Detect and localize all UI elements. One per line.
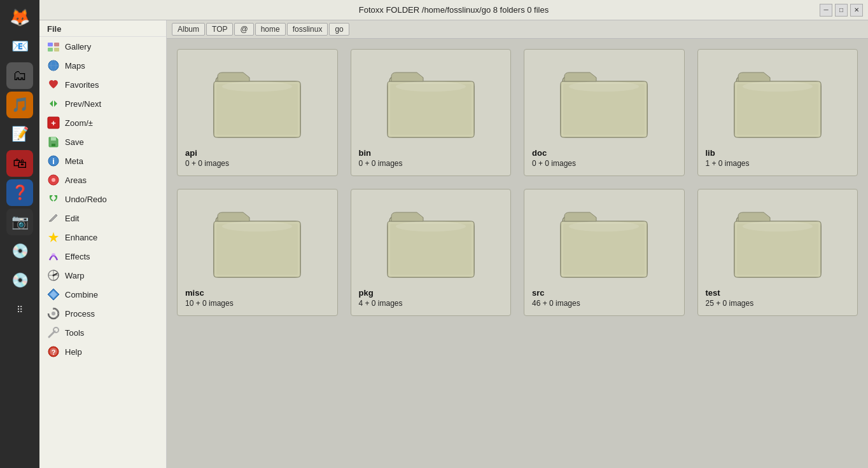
svg-point-27 bbox=[52, 312, 55, 315]
folder-count-test: 25 + 0 images bbox=[706, 299, 754, 308]
sidebar-item-help[interactable]: ? Help bbox=[39, 342, 166, 361]
folder-name-test: test bbox=[706, 288, 720, 299]
nav-tab-go[interactable]: go bbox=[329, 23, 349, 36]
tools-icon bbox=[47, 326, 60, 339]
svg-point-19 bbox=[52, 253, 55, 257]
nav-tab-at[interactable]: @ bbox=[234, 23, 253, 36]
folder-count-lib: 1 + 0 images bbox=[706, 159, 750, 168]
folder-icon-bin bbox=[359, 57, 503, 143]
maximize-button[interactable]: □ bbox=[835, 4, 848, 17]
sidebar: File Gallery Maps Favorites bbox=[39, 20, 167, 468]
sidebar-item-gallery[interactable]: Gallery bbox=[39, 37, 166, 56]
combine-icon bbox=[47, 288, 60, 301]
sidebar-item-edit[interactable]: Edit bbox=[39, 209, 166, 228]
enhance-label: Enhance bbox=[65, 233, 97, 242]
folder-item-src[interactable]: src 46 + 0 images bbox=[524, 189, 685, 316]
taskbar-firefox[interactable]: 🦊 bbox=[6, 4, 33, 31]
svg-rect-30 bbox=[57, 313, 59, 314]
taskbar-disc2[interactable]: 💿 bbox=[6, 267, 33, 294]
prev-next-label: Prev/Next bbox=[65, 99, 101, 109]
sidebar-item-enhance[interactable]: Enhance bbox=[39, 228, 166, 247]
folder-count-src: 46 + 0 images bbox=[532, 299, 580, 308]
folder-item-test[interactable]: test 25 + 0 images bbox=[697, 189, 858, 316]
process-icon bbox=[47, 307, 60, 320]
svg-point-45 bbox=[569, 81, 639, 92]
svg-point-60 bbox=[743, 221, 813, 231]
folder-name-src: src bbox=[532, 288, 545, 299]
folder-item-bin[interactable]: bin 0 + 0 images bbox=[351, 49, 512, 176]
effects-icon bbox=[47, 250, 60, 263]
sidebar-item-effects[interactable]: Effects bbox=[39, 247, 166, 266]
tools-label: Tools bbox=[65, 328, 84, 338]
folder-item-api[interactable]: api 0 + 0 images bbox=[177, 49, 338, 176]
close-button[interactable]: ✕ bbox=[850, 4, 863, 17]
save-label: Save bbox=[65, 137, 84, 147]
taskbar-email[interactable]: 📧 bbox=[6, 33, 33, 60]
edit-icon bbox=[47, 212, 60, 224]
titlebar: Fotoxx FOLDER /home/fosslinux/go 8 folde… bbox=[39, 0, 868, 20]
zoom-label: Zoom/± bbox=[65, 118, 93, 128]
folder-item-lib[interactable]: lib 1 + 0 images bbox=[697, 49, 858, 176]
nav-tab-album[interactable]: Album bbox=[172, 23, 205, 36]
taskbar-writer[interactable]: 📝 bbox=[6, 121, 33, 148]
svg-rect-0 bbox=[48, 43, 53, 46]
svg-rect-10 bbox=[51, 137, 56, 141]
svg-text:+: + bbox=[51, 118, 56, 128]
folder-count-doc: 0 + 0 images bbox=[532, 159, 576, 168]
taskbar: 🦊 📧 🗂 🎵 📝 🛍 ❓ 📷 💿 💿 ⠿ bbox=[0, 0, 39, 468]
nav-tab-top[interactable]: TOP bbox=[206, 23, 233, 36]
sidebar-item-prev-next[interactable]: Prev/Next bbox=[39, 94, 166, 113]
folder-icon-test bbox=[706, 197, 850, 283]
taskbar-files[interactable]: 🗂 bbox=[6, 62, 33, 89]
sidebar-item-tools[interactable]: Tools bbox=[39, 323, 166, 342]
maps-label: Maps bbox=[65, 61, 85, 71]
folder-icon-src bbox=[532, 197, 676, 283]
folder-name-pkg: pkg bbox=[359, 288, 374, 299]
taskbar-help[interactable]: ❓ bbox=[6, 179, 33, 206]
sidebar-item-warp[interactable]: Warp bbox=[39, 266, 166, 285]
folder-item-doc[interactable]: doc 0 + 0 images bbox=[524, 49, 685, 176]
undo-redo-icon bbox=[47, 193, 60, 205]
svg-point-48 bbox=[743, 81, 813, 92]
warp-label: Warp bbox=[65, 271, 85, 280]
svg-rect-9 bbox=[52, 144, 55, 146]
taskbar-radio[interactable]: 🎵 bbox=[6, 92, 33, 118]
folder-name-misc: misc bbox=[185, 288, 204, 299]
gallery-icon bbox=[47, 40, 60, 53]
svg-rect-28 bbox=[53, 308, 54, 310]
sidebar-item-save[interactable]: Save bbox=[39, 132, 166, 151]
gallery-label: Gallery bbox=[65, 42, 91, 52]
folder-icon-api bbox=[185, 57, 330, 143]
taskbar-grid[interactable]: ⠿ bbox=[6, 296, 33, 323]
svg-point-14 bbox=[52, 178, 55, 182]
help-label: Help bbox=[65, 347, 82, 357]
folder-item-misc[interactable]: misc 10 + 0 images bbox=[177, 189, 338, 316]
folder-icon-lib bbox=[706, 57, 850, 143]
sidebar-item-zoom[interactable]: + Zoom/± bbox=[39, 113, 166, 132]
folder-name-api: api bbox=[185, 148, 197, 159]
meta-label: Meta bbox=[65, 156, 83, 166]
taskbar-appstore[interactable]: 🛍 bbox=[6, 150, 33, 177]
sidebar-item-maps[interactable]: Maps bbox=[39, 56, 166, 75]
sidebar-item-meta[interactable]: i Meta bbox=[39, 151, 166, 170]
nav-tab-fosslinux[interactable]: fosslinux bbox=[287, 23, 328, 36]
folder-count-api: 0 + 0 images bbox=[185, 159, 229, 168]
nav-tabs: Album TOP @ home fosslinux go bbox=[167, 20, 868, 39]
sidebar-item-undo-redo[interactable]: Undo/Redo bbox=[39, 189, 166, 209]
svg-point-57 bbox=[569, 221, 639, 231]
taskbar-camera[interactable]: 📷 bbox=[6, 209, 33, 235]
svg-marker-18 bbox=[48, 232, 59, 242]
main-window: Fotoxx FOLDER /home/fosslinux/go 8 folde… bbox=[39, 0, 868, 468]
folder-item-pkg[interactable]: pkg 4 + 0 images bbox=[351, 189, 512, 316]
sidebar-section-file: File bbox=[39, 20, 166, 37]
favorites-icon bbox=[47, 78, 60, 91]
sidebar-item-combine[interactable]: Combine bbox=[39, 285, 166, 304]
taskbar-disc1[interactable]: 💿 bbox=[6, 238, 33, 265]
sidebar-item-areas[interactable]: Areas bbox=[39, 170, 166, 189]
enhance-icon bbox=[47, 231, 60, 244]
nav-tab-home[interactable]: home bbox=[255, 23, 286, 36]
folder-count-bin: 0 + 0 images bbox=[359, 159, 403, 168]
sidebar-item-process[interactable]: Process bbox=[39, 304, 166, 323]
sidebar-item-favorites[interactable]: Favorites bbox=[39, 75, 166, 94]
minimize-button[interactable]: ─ bbox=[820, 4, 832, 17]
